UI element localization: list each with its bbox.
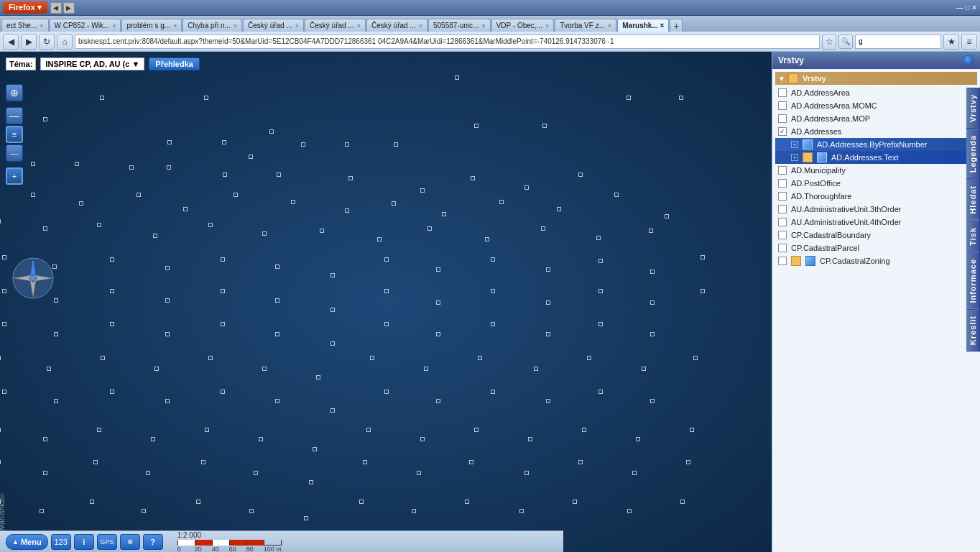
tab-8[interactable]: VDP - Obec,...× <box>491 19 555 32</box>
zoom-out-step-btn[interactable]: — <box>6 144 23 162</box>
layer-tree[interactable]: ▼ Vrstvy AD.AddressAreaAD.AddressArea.MO… <box>772 69 980 552</box>
forward-btn[interactable]: ▶ <box>63 2 75 14</box>
reload-button[interactable]: ↻ <box>39 34 55 50</box>
layer-root[interactable]: ▼ Vrstvy <box>775 72 977 85</box>
map-dot <box>208 223 213 227</box>
tab-close-8[interactable]: × <box>545 22 549 29</box>
map-dot <box>636 437 640 441</box>
layer-item[interactable]: AD.PostOffice <box>775 177 977 190</box>
pan-btn[interactable]: ≡ <box>6 126 23 143</box>
map-dot <box>557 207 561 211</box>
bookmark-star[interactable]: ☆ <box>822 34 836 50</box>
tab-close-3[interactable]: × <box>234 22 237 29</box>
map-dot <box>2 322 6 326</box>
layer-item[interactable]: AD.AddressArea <box>775 86 977 99</box>
search-icon: 🔍 <box>838 34 853 49</box>
layer-checkbox[interactable] <box>778 205 787 213</box>
map-dot <box>384 390 389 394</box>
map-area[interactable]: Téma: INSPIRE CP, AD, AU (c ▼ Přehledka … <box>0 52 772 552</box>
tab-close-7[interactable]: × <box>481 22 485 29</box>
back-btn[interactable]: ◀ <box>50 2 62 14</box>
layer-item[interactable]: AD.Municipality <box>775 164 977 177</box>
map-dot <box>598 289 603 293</box>
layer-item[interactable]: AD.AddressArea.MOP <box>775 112 977 125</box>
tab-informace[interactable]: Informace <box>966 252 980 310</box>
tab-10[interactable]: Marushk... × <box>617 19 669 32</box>
numbering-btn[interactable]: 123 <box>51 534 71 550</box>
tab-9[interactable]: Tvorba VF z...× <box>555 19 616 32</box>
theme-select[interactable]: INSPIRE CP, AD, AU (c ▼ <box>40 58 144 70</box>
layer-checkbox[interactable] <box>778 244 787 252</box>
layer-checkbox[interactable] <box>778 192 787 201</box>
layer-item[interactable]: CP.CadastralParcel <box>775 242 977 254</box>
tab-close-1[interactable]: × <box>112 22 116 29</box>
info-btn[interactable]: i <box>74 534 94 550</box>
tab-0[interactable]: ect She...× <box>1 19 49 32</box>
map-dot <box>330 273 335 277</box>
map-dot <box>151 437 155 441</box>
layer-item[interactable]: +AD.Addresses.ByPrefixNumber <box>775 138 977 151</box>
bookmarks-btn[interactable]: ★ <box>943 34 959 50</box>
help-btn[interactable]: ? <box>143 534 163 550</box>
layer-checkbox[interactable]: ✓ <box>778 127 787 136</box>
tab-legenda[interactable]: Legenda <box>966 129 980 179</box>
layer-img-icon <box>803 139 813 150</box>
tab-close-2[interactable]: × <box>173 22 177 29</box>
layer-img-icon <box>817 152 827 162</box>
tab-6[interactable]: Český úřad ...× <box>366 19 427 32</box>
expand-icon: ▼ <box>778 75 785 83</box>
layer-checkbox[interactable] <box>778 114 787 123</box>
layer-item[interactable]: ✓AD.Addresses <box>775 125 977 138</box>
layer-item[interactable]: AU.AdministrativeUnit.4thOrder <box>775 216 977 229</box>
map-dot <box>649 229 653 233</box>
tab-4[interactable]: Český úřad ...× <box>243 19 304 32</box>
layer-item[interactable]: CP.CadastralBoundary <box>775 229 977 242</box>
layer-checkbox[interactable] <box>778 88 787 97</box>
address-bar[interactable] <box>75 34 820 49</box>
gps-btn[interactable]: GPS <box>97 534 117 550</box>
menu-button[interactable]: ▲ Menu <box>6 534 48 550</box>
layer-checkbox[interactable] <box>778 231 787 239</box>
tab-close-0[interactable]: × <box>40 22 43 29</box>
zoom-in-step-btn[interactable]: — <box>6 107 23 124</box>
layer-item[interactable]: AU.AdministrativeUnit.3thOrder <box>775 203 977 216</box>
tab-5[interactable]: Český úřad ...× <box>305 19 366 32</box>
firefox-button[interactable]: Firefox ▾ <box>3 1 47 14</box>
search-input[interactable] <box>855 34 941 49</box>
map-dot <box>110 289 114 293</box>
tab-vrstvy[interactable]: Vrstvy <box>966 88 980 129</box>
layer-checkbox[interactable] <box>778 257 787 265</box>
settings-btn[interactable]: ≡ <box>961 34 977 50</box>
layer-item[interactable]: AD.AddressArea.MOMC <box>775 99 977 112</box>
layer-checkbox[interactable] <box>778 218 787 226</box>
back-button[interactable]: ◀ <box>3 34 19 50</box>
tab-7[interactable]: 505587-unic...× <box>428 19 491 32</box>
prehledka-button[interactable]: Přehledka <box>149 58 200 70</box>
layer-checkbox[interactable] <box>778 166 787 175</box>
layer-item[interactable]: CP.CadastralZoning <box>775 254 977 267</box>
map-dot <box>436 399 440 403</box>
layer-item[interactable]: AD.Thoroughfare <box>775 190 977 203</box>
home-button[interactable]: ⌂ <box>57 34 73 50</box>
layer-item[interactable]: +AD.Addresses.Text <box>775 151 977 164</box>
tab-tisk[interactable]: Tisk <box>966 221 980 252</box>
tab-3[interactable]: Chyba při n...× <box>182 19 242 32</box>
tab-2[interactable]: problém s g...× <box>121 19 182 32</box>
tab-close-5[interactable]: × <box>357 22 361 29</box>
panel-globe-icon <box>963 55 974 66</box>
tab-1[interactable]: W CP852 - Wik...× <box>50 19 121 32</box>
tab-hledat[interactable]: Hledat <box>966 179 980 221</box>
svg-point-6 <box>32 262 34 264</box>
tab-close-9[interactable]: × <box>608 22 611 29</box>
new-tab-btn[interactable]: + <box>670 19 683 32</box>
zoom-in-btn[interactable]: + <box>6 167 23 185</box>
tab-kreslit[interactable]: Kreslit <box>966 309 980 351</box>
forward-button[interactable]: ▶ <box>21 34 37 50</box>
compass-btn[interactable]: ⊕ <box>120 534 140 550</box>
tab-close-4[interactable]: × <box>295 22 299 29</box>
layer-label: CP.CadastralBoundary <box>791 231 871 239</box>
tab-close-6[interactable]: × <box>419 22 422 29</box>
layer-checkbox[interactable] <box>778 179 787 188</box>
zoom-extent-btn[interactable]: ⊕ <box>6 84 23 101</box>
layer-checkbox[interactable] <box>778 101 787 110</box>
